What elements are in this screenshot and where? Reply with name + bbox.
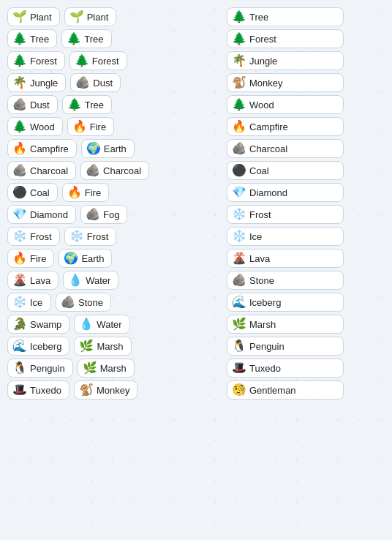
- ice-icon: ❄️: [12, 296, 27, 308]
- coal-icon: ⚫: [232, 165, 246, 176]
- wood-icon: 🌲: [12, 121, 27, 132]
- left-item-9-1[interactable]: 🪨Fog: [80, 205, 127, 224]
- right-item-4[interactable]: 🌲Wood: [227, 95, 344, 114]
- left-row-3: 🌴Jungle🪨Dust: [7, 73, 205, 92]
- left-item-2-1[interactable]: 🌲Forest: [69, 51, 127, 70]
- wood-label: Wood: [249, 100, 274, 110]
- penguin-icon: 🐧: [12, 362, 27, 374]
- lava-icon: 🌋: [12, 274, 27, 286]
- diamond-icon: 💎: [12, 209, 27, 220]
- left-item-14-0[interactable]: 🐊Swamp: [7, 315, 69, 334]
- left-item-4-0[interactable]: 🪨Dust: [7, 95, 58, 114]
- left-item-6-1[interactable]: 🌍Earth: [81, 139, 135, 158]
- left-row-17: 🎩Tuxedo🐒Monkey: [7, 380, 205, 400]
- plant-icon: 🌱: [69, 11, 84, 23]
- coal-icon: ⚫: [12, 187, 27, 198]
- diamond-label: Diamond: [30, 209, 68, 220]
- earth-icon: 🌍: [64, 252, 78, 264]
- iceberg-label: Iceberg: [30, 341, 61, 352]
- stone-icon: 🪨: [232, 274, 246, 286]
- left-item-16-1[interactable]: 🌿Marsh: [78, 359, 135, 378]
- gentleman-icon: 🧐: [232, 384, 246, 396]
- iceberg-icon: 🌊: [232, 296, 246, 308]
- left-row-13: ❄️Ice🪨Stone: [7, 293, 205, 312]
- left-item-11-1[interactable]: 🌍Earth: [59, 249, 112, 268]
- right-item-0[interactable]: 🌲Tree: [227, 7, 344, 26]
- jungle-label: Jungle: [249, 56, 277, 67]
- tree-icon: 🌲: [67, 33, 81, 45]
- iceberg-icon: 🌊: [12, 340, 27, 352]
- fire-icon: 🔥: [72, 121, 87, 132]
- left-row-2: 🌲Forest🌲Forest: [7, 51, 205, 70]
- main-container: 🌱Plant🌱Plant🌲Tree🌲Tree🌲Forest🌲Forest🌴Jun…: [0, 0, 392, 407]
- right-item-12[interactable]: 🪨Stone: [227, 271, 344, 290]
- left-item-10-0[interactable]: ❄️Frost: [7, 227, 60, 246]
- left-item-2-0[interactable]: 🌲Forest: [7, 51, 65, 70]
- left-item-12-1[interactable]: 💧Water: [63, 271, 118, 290]
- left-item-17-1[interactable]: 🐒Monkey: [74, 380, 138, 400]
- right-item-11[interactable]: 🌋Lava: [227, 249, 344, 268]
- left-item-15-1[interactable]: 🌿Marsh: [74, 337, 131, 356]
- right-item-8[interactable]: 💎Diamond: [227, 183, 344, 202]
- left-item-4-1[interactable]: 🌲Tree: [62, 95, 112, 114]
- left-item-16-0[interactable]: 🐧Penguin: [7, 359, 73, 378]
- right-item-2[interactable]: 🌴Jungle: [227, 51, 344, 70]
- left-item-7-1[interactable]: 🪨Charcoal: [80, 161, 149, 180]
- right-item-3[interactable]: 🐒Monkey: [227, 73, 344, 92]
- left-item-6-0[interactable]: 🔥Campfire: [7, 139, 77, 158]
- marsh-icon: 🌿: [83, 362, 97, 374]
- left-item-10-1[interactable]: ❄️Frost: [64, 227, 117, 246]
- right-item-14[interactable]: 🌿Marsh: [227, 315, 344, 334]
- campfire-label: Campfire: [249, 121, 288, 132]
- ice-label: Ice: [249, 231, 262, 242]
- wood-label: Wood: [30, 121, 55, 132]
- charcoal-icon: 🪨: [232, 143, 246, 154]
- frost-label: Frost: [249, 209, 271, 220]
- penguin-label: Penguin: [249, 341, 284, 352]
- left-item-9-0[interactable]: 💎Diamond: [7, 205, 76, 224]
- diamond-icon: 💎: [232, 187, 246, 198]
- right-item-5[interactable]: 🔥Campfire: [227, 117, 344, 136]
- right-item-7[interactable]: ⚫Coal: [227, 161, 344, 180]
- monkey-icon: 🐒: [79, 384, 94, 396]
- forest-icon: 🌲: [12, 55, 27, 67]
- marsh-icon: 🌿: [79, 340, 94, 352]
- left-item-14-1[interactable]: 💧Water: [74, 315, 129, 334]
- left-item-0-1[interactable]: 🌱Plant: [64, 7, 117, 26]
- left-item-13-1[interactable]: 🪨Stone: [56, 293, 111, 312]
- stone-icon: 🪨: [61, 296, 75, 308]
- right-item-1[interactable]: 🌲Forest: [227, 29, 344, 48]
- left-item-8-0[interactable]: ⚫Coal: [7, 183, 58, 202]
- left-item-15-0[interactable]: 🌊Iceberg: [7, 337, 69, 356]
- stone-label: Stone: [249, 275, 274, 286]
- dust-icon: 🪨: [75, 77, 90, 89]
- left-item-3-0[interactable]: 🌴Jungle: [7, 73, 66, 92]
- left-row-12: 🌋Lava💧Water: [7, 271, 205, 290]
- left-row-11: 🔥Fire🌍Earth: [7, 249, 205, 268]
- right-item-15[interactable]: 🐧Penguin: [227, 337, 344, 356]
- tree-icon: 🌲: [67, 99, 82, 110]
- left-item-0-0[interactable]: 🌱Plant: [7, 7, 60, 26]
- left-item-7-0[interactable]: 🪨Charcoal: [7, 161, 76, 180]
- left-item-1-0[interactable]: 🌲Tree: [7, 29, 57, 48]
- left-item-11-0[interactable]: 🔥Fire: [7, 249, 54, 268]
- left-item-13-0[interactable]: ❄️Ice: [7, 293, 51, 312]
- left-item-3-1[interactable]: 🪨Dust: [70, 73, 121, 92]
- left-item-8-1[interactable]: 🔥Fire: [62, 183, 109, 202]
- left-row-8: ⚫Coal🔥Fire: [7, 183, 205, 202]
- left-item-5-0[interactable]: 🌲Wood: [7, 117, 63, 136]
- left-item-5-1[interactable]: 🔥Fire: [67, 117, 114, 136]
- frost-icon: ❄️: [69, 230, 84, 242]
- marsh-label: Marsh: [100, 363, 127, 374]
- left-item-17-0[interactable]: 🎩Tuxedo: [7, 380, 69, 400]
- right-item-13[interactable]: 🌊Iceberg: [227, 293, 344, 312]
- right-item-17[interactable]: 🧐Gentleman: [227, 380, 344, 400]
- left-item-12-0[interactable]: 🌋Lava: [7, 271, 59, 290]
- campfire-label: Campfire: [30, 143, 69, 154]
- iceberg-label: Iceberg: [249, 297, 281, 308]
- right-item-6[interactable]: 🪨Charcoal: [227, 139, 344, 158]
- right-item-9[interactable]: ❄️Frost: [227, 205, 344, 224]
- right-item-16[interactable]: 🎩Tuxedo: [227, 359, 344, 378]
- right-item-10[interactable]: ❄️Ice: [227, 227, 344, 246]
- left-item-1-1[interactable]: 🌲Tree: [61, 29, 111, 48]
